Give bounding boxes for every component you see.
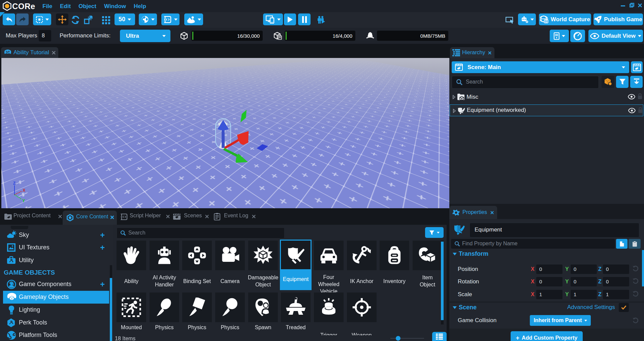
svg-text:Y: Y: [22, 198, 25, 203]
svg-text:Z: Z: [13, 181, 15, 186]
svg-text:X: X: [23, 188, 25, 193]
